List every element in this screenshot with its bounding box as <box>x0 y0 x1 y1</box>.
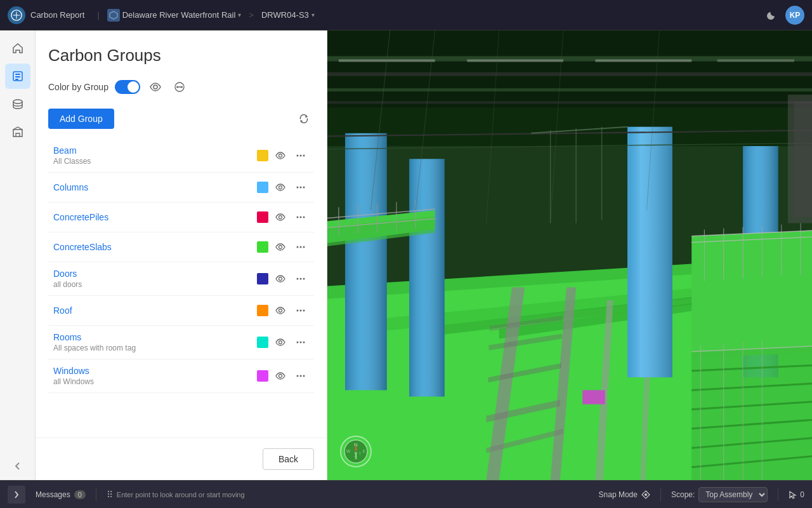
color-by-group-toggle[interactable] <box>115 80 140 94</box>
show-all-icon[interactable] <box>147 78 164 96</box>
group-item[interactable]: ConcretePiles <box>48 203 314 232</box>
color-swatch[interactable] <box>257 241 268 253</box>
svg-rect-49 <box>327 72 812 76</box>
cursor-count: 0 <box>800 490 804 499</box>
group-name: Doors <box>53 269 257 279</box>
svg-point-40 <box>303 342 305 344</box>
topbar: Carbon Report | Delaware River Waterfron… <box>0 0 812 30</box>
group-name: Columns <box>53 182 257 192</box>
svg-point-21 <box>279 216 282 219</box>
group-name: Roof <box>53 305 257 316</box>
more-options-icon[interactable] <box>292 239 309 255</box>
main-area: Carbon Groups Color by Group <box>0 30 812 480</box>
viewport-nav-icon[interactable]: N S W E ↑ <box>340 436 372 467</box>
svg-rect-55 <box>717 60 794 62</box>
svg-point-36 <box>303 310 305 312</box>
add-group-button[interactable]: Add Group <box>48 109 114 129</box>
refresh-button[interactable] <box>294 109 314 129</box>
snap-mode-label: Snap Mode <box>599 490 638 499</box>
svg-point-42 <box>297 375 299 377</box>
group-sub: All Classes <box>53 157 257 166</box>
model-selector[interactable]: DRWR04-S3 ▾ <box>261 10 315 20</box>
sidebar-item-home[interactable] <box>5 36 30 61</box>
more-options-icon[interactable] <box>292 368 309 384</box>
color-swatch[interactable] <box>257 182 268 193</box>
toolbar-row: Add Group <box>48 109 314 129</box>
user-avatar[interactable]: KP <box>785 6 804 25</box>
cursor-icon <box>789 490 797 499</box>
sidebar-collapse-btn[interactable] <box>5 457 30 475</box>
svg-point-39 <box>300 342 302 344</box>
expand-button[interactable] <box>8 486 25 504</box>
snap-section: Snap Mode <box>599 490 650 499</box>
back-button[interactable]: Back <box>263 448 314 470</box>
color-swatch[interactable] <box>257 273 268 284</box>
svg-point-18 <box>297 187 299 189</box>
group-item[interactable]: Roof <box>48 296 314 326</box>
group-item[interactable]: BeamAll Classes <box>48 139 314 173</box>
project-selector[interactable]: Delaware River Waterfront Rail ▾ <box>107 9 242 22</box>
visibility-icon[interactable] <box>272 239 289 255</box>
sidebar-item-layers[interactable] <box>5 64 30 89</box>
svg-point-26 <box>297 246 299 248</box>
viewport[interactable]: N S W E ↑ <box>327 30 812 480</box>
svg-text:E: E <box>363 449 366 453</box>
group-list: BeamAll Classes Columns ConcretePiles Co… <box>48 139 314 393</box>
group-name: ConcretePiles <box>53 212 257 222</box>
svg-point-29 <box>279 277 282 281</box>
app-logo <box>8 6 25 24</box>
sidebar-item-database[interactable] <box>5 91 30 117</box>
more-options-icon[interactable] <box>292 179 309 196</box>
visibility-icon[interactable] <box>272 368 289 384</box>
group-item[interactable]: RoomsAll spaces with room tag <box>48 326 314 359</box>
panel-footer: Back <box>36 438 327 480</box>
more-options-icon[interactable] <box>292 302 309 319</box>
svg-point-25 <box>279 246 282 249</box>
sidebar-item-building[interactable] <box>5 119 30 145</box>
svg-point-37 <box>279 341 282 344</box>
messages-label: Messages <box>36 490 70 499</box>
model-chevron: ▾ <box>311 11 315 18</box>
visibility-icon[interactable] <box>272 209 289 225</box>
color-by-group-label: Color by Group <box>48 82 108 92</box>
svg-point-8 <box>154 85 157 89</box>
dark-mode-button[interactable] <box>763 6 780 24</box>
color-swatch[interactable] <box>257 150 268 161</box>
nav-hint-icon: ⠿ <box>107 490 113 500</box>
svg-point-35 <box>300 310 302 312</box>
svg-rect-71 <box>345 133 387 391</box>
group-item[interactable]: Doorsall doors <box>48 262 314 296</box>
project-chevron: ▾ <box>238 11 241 18</box>
group-name: Rooms <box>53 332 257 342</box>
more-options-icon[interactable] <box>292 334 309 351</box>
cursor-section: 0 <box>789 490 804 499</box>
visibility-icon[interactable] <box>272 334 289 351</box>
color-swatch[interactable] <box>257 305 268 316</box>
visibility-icon[interactable] <box>272 302 289 319</box>
breadcrumb-sep: > <box>249 10 254 20</box>
visibility-icon[interactable] <box>272 147 289 164</box>
group-name: Beam <box>53 145 257 156</box>
more-options-icon[interactable] <box>292 271 309 287</box>
nav-hint-text: Enter point to look around or start movi… <box>117 491 245 498</box>
svg-text:W: W <box>346 449 351 453</box>
color-swatch[interactable] <box>257 337 268 348</box>
group-item[interactable]: ConcreteSlabs <box>48 232 314 262</box>
group-item[interactable]: Columns <box>48 173 314 203</box>
project-icon <box>107 9 120 22</box>
bottom-sep1 <box>96 488 96 501</box>
group-name: ConcreteSlabs <box>53 242 257 252</box>
more-options-icon[interactable] <box>292 209 309 225</box>
more-options-icon[interactable] <box>292 147 309 164</box>
messages-section[interactable]: Messages 0 <box>36 490 86 499</box>
scope-select[interactable]: Top Assembly Level 1 Level 2 Level 3 <box>698 487 768 502</box>
visibility-icon[interactable] <box>272 179 289 196</box>
group-item[interactable]: Windowsall Windows <box>48 359 314 393</box>
svg-point-23 <box>300 217 302 218</box>
svg-point-12 <box>181 86 183 88</box>
visibility-icon[interactable] <box>272 271 289 287</box>
color-by-group-row: Color by Group <box>48 78 314 96</box>
color-swatch[interactable] <box>257 370 268 382</box>
edit-all-icon[interactable] <box>171 78 188 96</box>
color-swatch[interactable] <box>257 211 268 223</box>
